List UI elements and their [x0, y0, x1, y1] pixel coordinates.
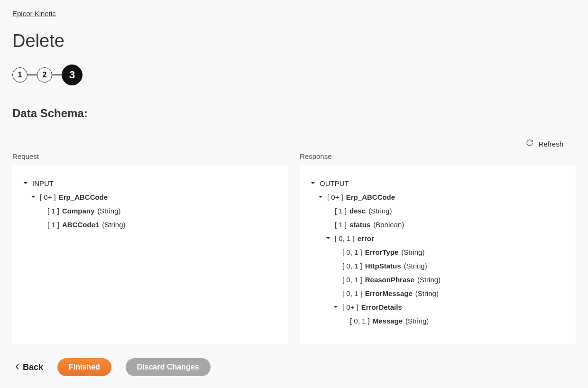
cardinality: [ 0, 1 ]	[350, 317, 370, 324]
field-type: (String)	[405, 317, 429, 324]
field-name: Message	[373, 317, 403, 324]
field-type: (String)	[401, 249, 424, 256]
refresh-button[interactable]: Refresh	[12, 139, 576, 148]
cardinality: [ 0+ ]	[40, 194, 56, 201]
step-connector	[28, 74, 37, 75]
step-connector	[52, 74, 62, 75]
tree-node[interactable]: [ 0+ ] Erp_ABCCode	[309, 190, 566, 204]
tree-node[interactable]: [ 0+ ] Erp_ABCCode	[22, 190, 279, 204]
chevron-down-icon[interactable]	[22, 180, 29, 187]
field-type: (String)	[368, 207, 392, 214]
tree-node: [ 1 ] status (Boolean)	[309, 218, 566, 231]
step-3[interactable]: 3	[62, 65, 83, 85]
finished-button[interactable]: Finished	[57, 358, 111, 376]
tree-node: [ 1 ] desc (String)	[309, 204, 566, 218]
chevron-down-icon[interactable]	[332, 304, 340, 311]
tree-node[interactable]: [ 0, 1 ] error	[309, 231, 566, 245]
step-2[interactable]: 2	[37, 67, 52, 83]
cardinality: [ 0, 1 ]	[335, 235, 355, 242]
field-name: Company	[62, 207, 94, 214]
field-name: Erp_ABCCode	[346, 194, 395, 201]
cardinality: [ 0, 1 ]	[342, 262, 362, 269]
field-name: ErrorMessage	[365, 290, 413, 297]
cardinality: [ 1 ]	[47, 221, 59, 228]
back-label: Back	[23, 362, 43, 372]
field-type: (String)	[97, 207, 120, 214]
response-panel: OUTPUT[ 0+ ] Erp_ABCCode[ 1 ] desc (Stri…	[300, 165, 576, 344]
cardinality: [ 0, 1 ]	[342, 290, 362, 297]
cardinality: [ 0+ ]	[327, 194, 343, 201]
tree-node[interactable]: [ 0+ ] ErrorDetails	[309, 300, 566, 314]
field-name: ErrorType	[365, 249, 399, 256]
tree-root[interactable]: OUTPUT	[309, 176, 566, 190]
field-name: HttpStatus	[365, 262, 401, 269]
tree-node: [ 0, 1 ] Message (String)	[309, 314, 566, 328]
field-name: Erp_ABCCode	[59, 194, 108, 201]
tree-node: [ 0, 1 ] ErrorMessage (String)	[309, 286, 566, 300]
chevron-left-icon	[15, 362, 20, 372]
chevron-down-icon[interactable]	[29, 194, 37, 201]
tree-node: [ 1 ] ABCCode1 (String)	[22, 218, 279, 231]
field-type: (String)	[102, 221, 125, 228]
refresh-label: Refresh	[538, 140, 563, 148]
response-label: Response	[300, 152, 576, 160]
tree-node: [ 1 ] Company (String)	[22, 204, 279, 218]
field-name: ABCCode1	[62, 221, 99, 228]
request-label: Request	[12, 152, 288, 160]
tree-root[interactable]: INPUT	[22, 176, 279, 190]
step-1[interactable]: 1	[12, 67, 28, 83]
refresh-icon	[526, 139, 533, 148]
cardinality: [ 1 ]	[47, 207, 59, 214]
tree-root-label: INPUT	[32, 180, 54, 187]
field-name: error	[358, 235, 374, 242]
section-title: Data Schema:	[12, 107, 576, 120]
tree-root-label: OUTPUT	[320, 180, 349, 187]
field-name: desc	[349, 207, 366, 214]
discard-button[interactable]: Discard Changes	[126, 358, 211, 376]
cardinality: [ 0+ ]	[342, 304, 358, 311]
cardinality: [ 0, 1 ]	[342, 249, 362, 256]
field-name: ReasonPhrase	[365, 276, 414, 283]
cardinality: [ 0, 1 ]	[342, 276, 362, 283]
field-name: status	[349, 221, 370, 228]
tree-node: [ 0, 1 ] HttpStatus (String)	[309, 259, 566, 273]
field-name: ErrorDetails	[361, 304, 402, 311]
field-type: (Boolean)	[373, 221, 404, 228]
tree-node: [ 0, 1 ] ErrorType (String)	[309, 245, 566, 259]
field-type: (String)	[415, 290, 439, 297]
field-type: (String)	[404, 262, 427, 269]
request-panel: INPUT[ 0+ ] Erp_ABCCode[ 1 ] Company (St…	[12, 165, 288, 344]
cardinality: [ 1 ]	[335, 207, 347, 214]
chevron-down-icon[interactable]	[309, 180, 317, 187]
breadcrumb-link[interactable]: Epicor Kinetic	[12, 9, 56, 18]
tree-node: [ 0, 1 ] ReasonPhrase (String)	[309, 273, 566, 286]
stepper: 1 2 3	[12, 65, 576, 85]
chevron-down-icon[interactable]	[317, 194, 324, 201]
chevron-down-icon[interactable]	[324, 235, 332, 242]
page-title: Delete	[12, 31, 576, 51]
back-button[interactable]: Back	[15, 362, 43, 372]
field-type: (String)	[417, 276, 441, 283]
cardinality: [ 1 ]	[335, 221, 347, 228]
